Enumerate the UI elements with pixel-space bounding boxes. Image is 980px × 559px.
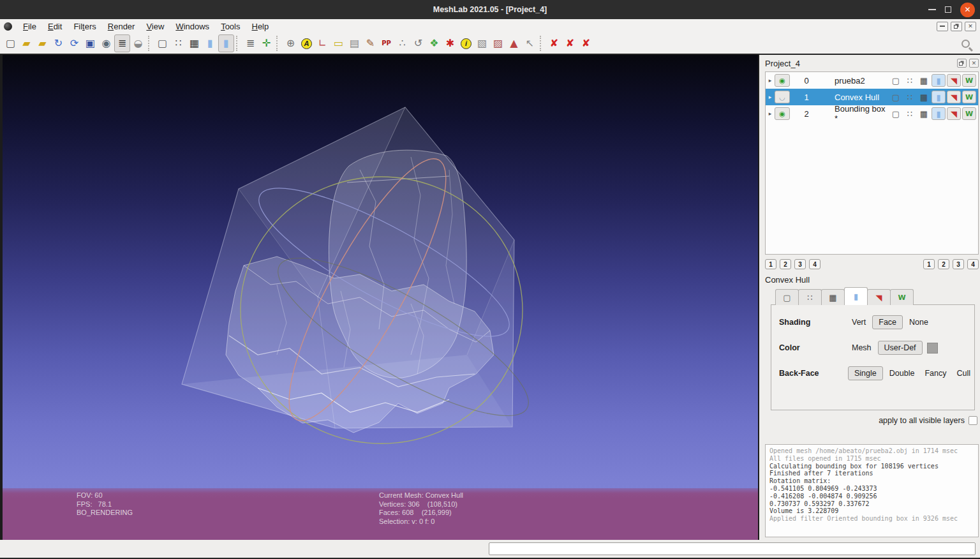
raster-alignment-button[interactable]: ▤	[346, 34, 362, 52]
draw-bounding-box-button[interactable]: ▢	[154, 34, 170, 52]
tab-wireframe[interactable]: ▦	[821, 289, 845, 305]
apply-all-layers-checkbox[interactable]	[969, 416, 977, 425]
delete-selected-faces-button[interactable]: ✘	[562, 34, 578, 52]
bbox-icon[interactable]: ▢	[889, 91, 902, 103]
points-icon[interactable]: ∷	[903, 74, 916, 87]
backface-option-single[interactable]: Single	[848, 366, 883, 380]
shader-icon[interactable]: W	[962, 74, 976, 87]
mdi-close-button[interactable]: ✕	[965, 22, 976, 31]
visibility-toggle[interactable]: ◉	[775, 107, 790, 120]
shader-icon[interactable]: W	[962, 107, 976, 120]
backface-option-cull[interactable]: Cull	[953, 367, 974, 380]
layer-row-convex-hull[interactable]: ▸◡1Convex Hull▢∷▦▮◥W	[766, 89, 978, 105]
save-mesh-button[interactable]: ▣	[82, 34, 98, 52]
reload-mesh-button[interactable]: ↻	[50, 34, 66, 52]
shader-icon[interactable]: W	[962, 91, 976, 103]
expand-arrow-icon[interactable]: ▸	[766, 94, 775, 100]
draw-smooth-button[interactable]: ▮	[202, 34, 218, 52]
tab-shader[interactable]: W	[890, 289, 914, 305]
draw-flat-button[interactable]: ▮	[218, 34, 234, 52]
tab-points[interactable]: ∷	[798, 289, 822, 305]
texture-icon[interactable]: ◥	[947, 107, 961, 120]
smooth-shading-icon[interactable]: ▮	[932, 74, 946, 87]
tab-texture[interactable]: ◥	[867, 289, 891, 305]
point-picker-button[interactable]: ∴	[394, 34, 410, 52]
bbox-icon[interactable]: ▢	[889, 107, 902, 120]
menu-render[interactable]: Render	[102, 20, 141, 33]
new-project-button[interactable]: ▢	[3, 34, 19, 52]
expand-arrow-icon[interactable]: ▸	[766, 77, 775, 84]
delete-mesh-button[interactable]: ✘	[578, 34, 594, 52]
search-filter-button[interactable]	[958, 34, 974, 52]
shading-option-none[interactable]: None	[905, 316, 932, 329]
texture-icon[interactable]: ◥	[947, 91, 961, 103]
quick-button-4[interactable]: 4	[967, 259, 979, 269]
draw-wireframe-button[interactable]: ▦	[186, 34, 202, 52]
menu-filters[interactable]: Filters	[68, 20, 101, 33]
menu-edit[interactable]: Edit	[42, 20, 68, 33]
get-info-button[interactable]: i	[458, 34, 474, 52]
color-option-userdef[interactable]: User-Def	[878, 341, 923, 355]
quick-button-2[interactable]: 2	[780, 259, 791, 269]
menu-tools[interactable]: Tools	[215, 20, 246, 33]
quality-mapper-button[interactable]: ❖	[426, 34, 442, 52]
pick-points-button[interactable]: PP	[378, 34, 394, 52]
maximize-icon[interactable]	[945, 6, 951, 13]
layer-row-prueba2[interactable]: ▸◉0prueba2▢∷▦▮◥W	[766, 72, 978, 89]
wireframe-icon[interactable]: ▦	[917, 107, 930, 120]
backface-option-fancy[interactable]: Fancy	[921, 367, 950, 380]
shading-option-vert[interactable]: Vert	[848, 316, 870, 329]
z-painting-button[interactable]: ✎	[362, 34, 378, 52]
layer-row-bounding-box-[interactable]: ▸◉2Bounding box *▢∷▦▮◥W	[766, 105, 978, 122]
tab-solid[interactable]: ▮	[844, 287, 868, 305]
texture-mode-button[interactable]: ≣	[242, 34, 258, 52]
backface-option-double[interactable]: Double	[886, 367, 919, 380]
visibility-toggle[interactable]: ◡	[775, 91, 790, 103]
smooth-shading-icon[interactable]: ▮	[932, 107, 946, 120]
mdi-minimize-button[interactable]	[937, 22, 948, 31]
manipulator-axes-button[interactable]: ✛	[258, 34, 274, 52]
bbox-icon[interactable]: ▢	[889, 74, 902, 87]
mdi-restore-button[interactable]	[951, 22, 962, 31]
quick-button-4[interactable]: 4	[809, 259, 820, 269]
shading-option-face[interactable]: Face	[872, 315, 903, 329]
tab-bbox[interactable]: ▢	[775, 289, 799, 305]
quick-button-1[interactable]: 1	[765, 259, 776, 269]
manipulators-tool-button[interactable]: ↺	[410, 34, 426, 52]
show-layer-dialog-button[interactable]: ≣	[114, 34, 130, 52]
deselect-tool-button[interactable]: ↖	[522, 34, 538, 52]
userdef-color-swatch[interactable]	[927, 343, 938, 354]
dock-close-button[interactable]: ✕	[969, 59, 979, 68]
visibility-toggle[interactable]: ◉	[775, 74, 790, 87]
quick-button-1[interactable]: 1	[923, 259, 935, 269]
draw-points-button[interactable]: ∷	[170, 34, 186, 52]
status-progress-field[interactable]	[489, 542, 976, 555]
color-option-mesh[interactable]: Mesh	[848, 341, 875, 354]
world-axes-button[interactable]: ∟	[315, 34, 330, 52]
viewport-3d[interactable]: FOV: 60FPS: 78.1BO_RENDERING Current Mes…	[3, 55, 758, 540]
dock-float-button[interactable]	[957, 59, 967, 68]
import-mesh-button[interactable]: ▰	[34, 34, 50, 52]
select-vertices-button[interactable]: ▧	[474, 34, 490, 52]
points-icon[interactable]: ∷	[903, 107, 916, 120]
select-faces-rect-button[interactable]: ▨	[490, 34, 506, 52]
show-current-raster-button[interactable]: ◒	[130, 34, 146, 52]
menu-file[interactable]: File	[17, 20, 42, 33]
texture-icon[interactable]: ◥	[947, 74, 961, 87]
wireframe-icon[interactable]: ▦	[917, 74, 930, 87]
quick-button-3[interactable]: 3	[794, 259, 806, 269]
show-trackball-button[interactable]: ⊕	[283, 34, 299, 52]
points-icon[interactable]: ∷	[903, 91, 916, 103]
menu-view[interactable]: View	[140, 20, 170, 33]
wireframe-icon[interactable]: ▦	[917, 91, 930, 103]
reload-all-button[interactable]: ⟳	[66, 34, 82, 52]
quick-button-3[interactable]: 3	[953, 259, 964, 269]
quick-button-2[interactable]: 2	[938, 259, 949, 269]
delete-selected-vertices-button[interactable]: ✘	[546, 34, 562, 52]
menu-help[interactable]: Help	[246, 20, 274, 33]
menu-windows[interactable]: Windows	[170, 20, 215, 33]
open-project-button[interactable]: ▰	[19, 34, 34, 52]
georef-tool-button[interactable]: ✱	[442, 34, 458, 52]
smooth-shading-icon[interactable]: ▮	[932, 91, 946, 103]
show-axis-button[interactable]: A	[299, 34, 315, 52]
